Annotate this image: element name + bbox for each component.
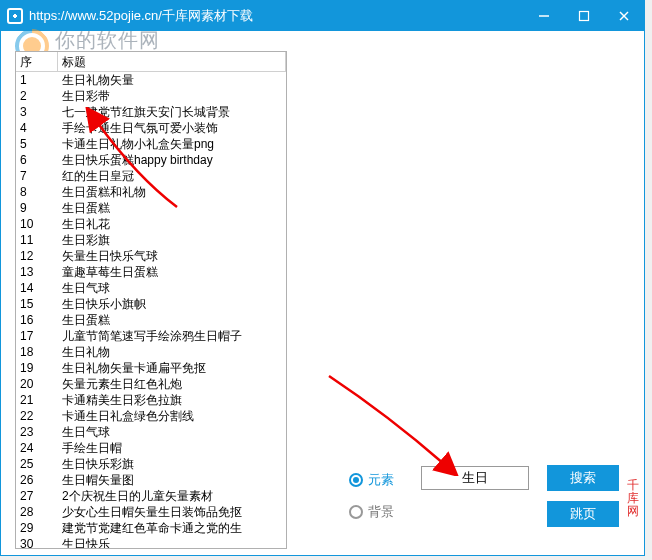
table-row[interactable]: 17儿童节简笔速写手绘涂鸦生日帽子 — [16, 328, 286, 344]
table-row[interactable]: 13童趣草莓生日蛋糕 — [16, 264, 286, 280]
row-title: 童趣草莓生日蛋糕 — [58, 264, 286, 280]
row-title: 生日礼物矢量卡通扁平免抠 — [58, 360, 286, 376]
row-index: 7 — [16, 168, 58, 184]
row-title: 生日气球 — [58, 280, 286, 296]
table-row[interactable]: 20矢量元素生日红色礼炮 — [16, 376, 286, 392]
table-row[interactable]: 24手绘生日帽 — [16, 440, 286, 456]
row-index: 18 — [16, 344, 58, 360]
row-index: 1 — [16, 72, 58, 88]
table-row[interactable]: 11生日彩旗 — [16, 232, 286, 248]
row-title: 生日礼物 — [58, 344, 286, 360]
table-row[interactable]: 15生日快乐小旗帜 — [16, 296, 286, 312]
row-index: 26 — [16, 472, 58, 488]
row-index: 6 — [16, 152, 58, 168]
jump-page-button[interactable]: 跳页 — [547, 501, 619, 527]
row-index: 22 — [16, 408, 58, 424]
table-row[interactable]: 14生日气球 — [16, 280, 286, 296]
annotation-arrow-icon — [319, 366, 459, 476]
row-title: 生日礼物矢量 — [58, 72, 286, 88]
row-index: 10 — [16, 216, 58, 232]
table-row[interactable]: 8生日蛋糕和礼物 — [16, 184, 286, 200]
table-row[interactable]: 22卡通生日礼盒绿色分割线 — [16, 408, 286, 424]
window-title: https://www.52pojie.cn/千库网素材下载 — [29, 7, 524, 25]
row-title: 生日快乐彩旗 — [58, 456, 286, 472]
row-index: 25 — [16, 456, 58, 472]
row-title: 生日快乐 — [58, 536, 286, 549]
row-title: 生日蛋糕和礼物 — [58, 184, 286, 200]
side-label: 千库网 — [627, 479, 641, 518]
table-row[interactable]: 16生日蛋糕 — [16, 312, 286, 328]
row-title: 卡通生日礼物小礼盒矢量png — [58, 136, 286, 152]
table-row[interactable]: 10生日礼花 — [16, 216, 286, 232]
row-title: 红的生日皇冠 — [58, 168, 286, 184]
search-button[interactable]: 搜索 — [547, 465, 619, 491]
table-row[interactable]: 272个庆祝生日的儿童矢量素材 — [16, 488, 286, 504]
close-button[interactable] — [604, 1, 644, 31]
table-row[interactable]: 19生日礼物矢量卡通扁平免抠 — [16, 360, 286, 376]
table-row[interactable]: 7红的生日皇冠 — [16, 168, 286, 184]
table-row[interactable]: 2生日彩带 — [16, 88, 286, 104]
type-radio-group: 元素 背景 — [349, 469, 394, 533]
row-title: 手绘卡通生日气氛可爱小装饰 — [58, 120, 286, 136]
row-title: 儿童节简笔速写手绘涂鸦生日帽子 — [58, 328, 286, 344]
row-index: 23 — [16, 424, 58, 440]
row-title: 生日蛋糕 — [58, 312, 286, 328]
table-row[interactable]: 18生日礼物 — [16, 344, 286, 360]
search-input[interactable] — [421, 466, 529, 490]
table-row[interactable]: 1生日礼物矢量 — [16, 72, 286, 88]
table-row[interactable]: 30生日快乐 — [16, 536, 286, 549]
row-index: 19 — [16, 360, 58, 376]
row-title: 手绘生日帽 — [58, 440, 286, 456]
table-row[interactable]: 26生日帽矢量图 — [16, 472, 286, 488]
maximize-button[interactable] — [564, 1, 604, 31]
table-row[interactable]: 23生日气球 — [16, 424, 286, 440]
col-index[interactable]: 序 — [16, 52, 58, 71]
table-row[interactable]: 28少女心生日帽矢量生日装饰品免抠 — [16, 504, 286, 520]
row-index: 3 — [16, 104, 58, 120]
row-index: 12 — [16, 248, 58, 264]
table-row[interactable]: 6生日快乐蛋糕happy birthday — [16, 152, 286, 168]
row-index: 4 — [16, 120, 58, 136]
row-title: 七一建党节红旗天安门长城背景 — [58, 104, 286, 120]
svg-rect-1 — [580, 12, 589, 21]
table-row[interactable]: 3七一建党节红旗天安门长城背景 — [16, 104, 286, 120]
results-list[interactable]: 序 标题 1生日礼物矢量2生日彩带3七一建党节红旗天安门长城背景4手绘卡通生日气… — [15, 51, 287, 549]
row-index: 9 — [16, 200, 58, 216]
table-row[interactable]: 4手绘卡通生日气氛可爱小装饰 — [16, 120, 286, 136]
minimize-button[interactable] — [524, 1, 564, 31]
row-index: 8 — [16, 184, 58, 200]
table-row[interactable]: 5卡通生日礼物小礼盒矢量png — [16, 136, 286, 152]
table-row[interactable]: 21卡通精美生日彩色拉旗 — [16, 392, 286, 408]
row-title: 2个庆祝生日的儿童矢量素材 — [58, 488, 286, 504]
content-area: 你的软件网 www.pc0359.cn 序 标题 1生日礼物矢量2生日彩带3七一… — [1, 31, 644, 555]
row-index: 29 — [16, 520, 58, 536]
table-row[interactable]: 25生日快乐彩旗 — [16, 456, 286, 472]
row-title: 卡通精美生日彩色拉旗 — [58, 392, 286, 408]
radio-dot-icon — [349, 473, 363, 487]
row-title: 生日气球 — [58, 424, 286, 440]
row-index: 20 — [16, 376, 58, 392]
row-title: 生日快乐小旗帜 — [58, 296, 286, 312]
row-title: 卡通生日礼盒绿色分割线 — [58, 408, 286, 424]
row-title: 少女心生日帽矢量生日装饰品免抠 — [58, 504, 286, 520]
row-title: 生日彩带 — [58, 88, 286, 104]
row-index: 21 — [16, 392, 58, 408]
table-row[interactable]: 9生日蛋糕 — [16, 200, 286, 216]
row-index: 5 — [16, 136, 58, 152]
row-title: 生日蛋糕 — [58, 200, 286, 216]
titlebar[interactable]: https://www.52pojie.cn/千库网素材下载 — [1, 1, 644, 31]
row-index: 13 — [16, 264, 58, 280]
row-title: 矢量元素生日红色礼炮 — [58, 376, 286, 392]
radio-element[interactable]: 元素 — [349, 469, 394, 491]
col-title[interactable]: 标题 — [58, 52, 286, 71]
row-title: 生日帽矢量图 — [58, 472, 286, 488]
row-index: 30 — [16, 536, 58, 549]
radio-background[interactable]: 背景 — [349, 501, 394, 523]
row-index: 15 — [16, 296, 58, 312]
app-icon — [7, 8, 23, 24]
row-index: 11 — [16, 232, 58, 248]
table-row[interactable]: 29建党节党建红色革命卡通之党的生 — [16, 520, 286, 536]
row-title: 建党节党建红色革命卡通之党的生 — [58, 520, 286, 536]
row-title: 矢量生日快乐气球 — [58, 248, 286, 264]
table-row[interactable]: 12矢量生日快乐气球 — [16, 248, 286, 264]
